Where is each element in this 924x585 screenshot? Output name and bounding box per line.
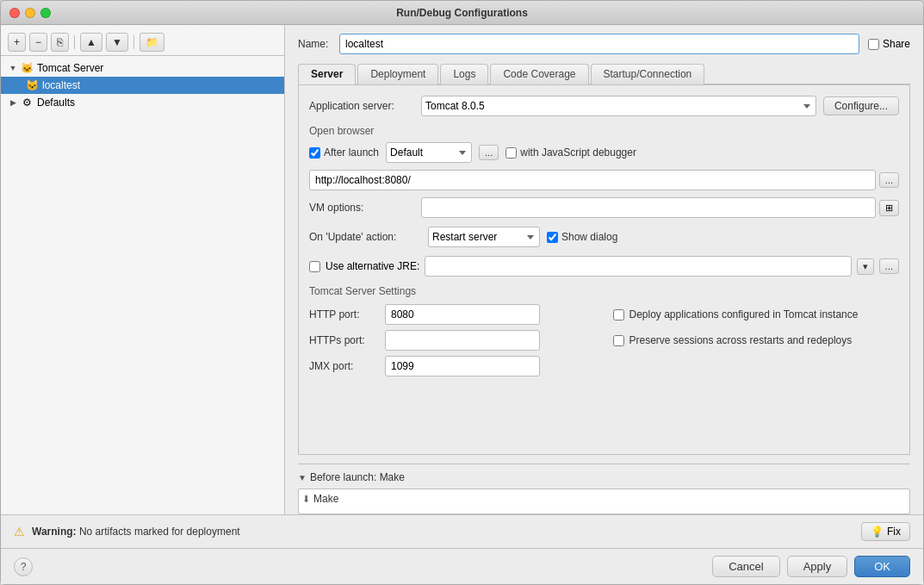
after-launch-label: After launch xyxy=(324,146,379,159)
move-down-button[interactable]: ▼ xyxy=(106,33,128,52)
sidebar-toolbar: + − ⎘ ▲ ▼ 📁 xyxy=(1,29,284,56)
tab-content-server: Application server: Tomcat 8.0.5 Configu… xyxy=(298,84,910,455)
vm-options-row: VM options: ⊞ xyxy=(309,197,899,218)
maximize-button[interactable] xyxy=(40,8,51,18)
https-port-input[interactable] xyxy=(385,330,540,351)
configure-button[interactable]: Configure... xyxy=(823,96,899,115)
jre-dropdown-button[interactable]: ▾ xyxy=(857,258,874,275)
footer-bar: ? Cancel Apply OK xyxy=(1,548,923,584)
apply-button[interactable]: Apply xyxy=(787,556,848,577)
app-server-label: Application server: xyxy=(309,100,421,112)
jmx-port-row: JMX port: xyxy=(309,356,596,377)
make-label: Make xyxy=(313,493,338,505)
tomcat-server-label: Tomcat Server xyxy=(37,62,103,74)
copy-config-button[interactable]: ⎘ xyxy=(51,33,69,52)
preserve-sessions-checkbox[interactable] xyxy=(613,335,624,346)
localtest-label: localtest xyxy=(42,79,80,91)
show-dialog-label: Show dialog xyxy=(547,231,617,243)
show-dialog-checkbox[interactable] xyxy=(547,232,558,243)
footer-buttons: Cancel Apply OK xyxy=(712,556,910,577)
tabs-bar: Server Deployment Logs Code Coverage Sta… xyxy=(298,63,910,84)
js-debugger-text: with JavaScript debugger xyxy=(520,146,636,159)
defaults-label: Defaults xyxy=(37,96,75,109)
app-server-row: Application server: Tomcat 8.0.5 Configu… xyxy=(309,96,899,116)
sidebar: + − ⎘ ▲ ▼ 📁 ▼ 🐱 Tomcat Server 🐱 localtes… xyxy=(1,25,285,514)
minimize-button[interactable] xyxy=(25,8,35,18)
url-dots-button[interactable]: ... xyxy=(879,172,899,188)
warning-bold: Warning: xyxy=(32,526,77,538)
jre-dots-button[interactable]: ... xyxy=(879,258,899,274)
fix-button[interactable]: 💡 Fix xyxy=(861,522,910,541)
http-port-row: HTTP port: xyxy=(309,304,596,325)
app-server-select[interactable]: Tomcat 8.0.5 xyxy=(421,96,816,116)
main-window: Run/Debug Configurations + − ⎘ ▲ ▼ 📁 ▼ 🐱… xyxy=(0,0,924,585)
share-row: Share xyxy=(868,38,910,50)
url-row: ... xyxy=(309,170,899,190)
tree-item-tomcat-server[interactable]: ▼ 🐱 Tomcat Server xyxy=(1,59,284,77)
after-launch-checkbox[interactable] xyxy=(309,147,320,159)
alt-jre-input[interactable] xyxy=(425,256,851,277)
update-action-label: On 'Update' action: xyxy=(309,231,421,243)
alt-jre-label: Use alternative JRE: xyxy=(326,260,419,272)
tree-item-defaults[interactable]: ▶ ⚙ Defaults xyxy=(1,94,284,111)
tab-deployment[interactable]: Deployment xyxy=(357,64,438,84)
folder-button[interactable]: 📁 xyxy=(140,33,164,52)
add-config-button[interactable]: + xyxy=(8,33,26,52)
browser-select[interactable]: Default xyxy=(386,142,472,163)
name-input[interactable]: localtest xyxy=(339,34,859,54)
make-item: ⬇ Make xyxy=(302,493,906,505)
close-button[interactable] xyxy=(9,8,20,18)
title-bar: Run/Debug Configurations xyxy=(1,1,923,25)
http-port-input[interactable] xyxy=(385,304,540,325)
url-input[interactable] xyxy=(309,170,876,190)
jmx-port-input[interactable] xyxy=(385,356,540,377)
preserve-sessions-row: Preserve sessions across restarts and re… xyxy=(613,330,900,351)
vm-options-input[interactable] xyxy=(421,197,876,218)
https-port-label: HTTPs port: xyxy=(309,334,378,346)
tree-item-localtest[interactable]: 🐱 localtest xyxy=(1,77,284,94)
name-row: Name: localtest Share xyxy=(298,34,910,54)
tab-code-coverage[interactable]: Code Coverage xyxy=(490,64,588,84)
show-dialog-text: Show dialog xyxy=(561,231,617,243)
fix-icon: 💡 xyxy=(871,526,884,538)
after-launch-checkbox-label: After launch xyxy=(309,146,379,159)
js-debugger-checkbox[interactable] xyxy=(505,147,517,159)
jre-row: Use alternative JRE: ▾ ... xyxy=(309,256,899,277)
tomcat-settings-label: Tomcat Server Settings xyxy=(309,285,899,297)
update-action-select[interactable]: Restart server xyxy=(428,227,540,247)
before-launch-arrow[interactable]: ▼ xyxy=(298,473,307,482)
deploy-apps-checkbox[interactable] xyxy=(613,309,624,321)
vm-options-icon-button[interactable]: ⊞ xyxy=(879,200,899,216)
make-icon: ⬇ xyxy=(302,494,310,505)
traffic-lights xyxy=(9,8,51,18)
http-port-label: HTTP port: xyxy=(309,308,378,321)
tomcat-server-icon: 🐱 xyxy=(20,61,34,75)
cancel-button[interactable]: Cancel xyxy=(712,556,779,577)
deploy-apps-label: Deploy applications configured in Tomcat… xyxy=(629,308,859,321)
defaults-icon: ⚙ xyxy=(20,96,34,109)
share-checkbox[interactable] xyxy=(868,39,879,50)
help-button[interactable]: ? xyxy=(14,557,33,576)
browser-row: After launch Default ... with JavaScript… xyxy=(309,142,899,163)
tab-server[interactable]: Server xyxy=(298,64,356,84)
warning-rest: No artifacts marked for deployment xyxy=(79,526,240,538)
toolbar-divider xyxy=(74,35,75,49)
warning-bar: ⚠ Warning: No artifacts marked for deplo… xyxy=(1,514,923,548)
open-browser-label: Open browser xyxy=(309,125,899,137)
remove-config-button[interactable]: − xyxy=(29,33,47,52)
move-up-button[interactable]: ▲ xyxy=(80,33,102,52)
ok-button[interactable]: OK xyxy=(854,556,910,577)
vm-options-label: VM options: xyxy=(309,202,421,214)
browser-dots-button[interactable]: ... xyxy=(479,145,499,160)
port-grid: HTTP port: Deploy applications configure… xyxy=(309,304,899,377)
before-launch-section: ▼ Before launch: Make ⬇ Make xyxy=(298,464,910,514)
deploy-apps-row: Deploy applications configured in Tomcat… xyxy=(613,304,900,325)
fix-label: Fix xyxy=(887,526,901,538)
tab-startup[interactable]: Startup/Connection xyxy=(591,64,705,84)
share-label: Share xyxy=(883,38,910,50)
js-debugger-label: with JavaScript debugger xyxy=(505,146,636,159)
tab-logs[interactable]: Logs xyxy=(440,64,488,84)
main-content: + − ⎘ ▲ ▼ 📁 ▼ 🐱 Tomcat Server 🐱 localtes… xyxy=(1,25,923,514)
alt-jre-checkbox[interactable] xyxy=(309,261,320,272)
right-panel: Name: localtest Share Server Deployment … xyxy=(285,25,923,514)
